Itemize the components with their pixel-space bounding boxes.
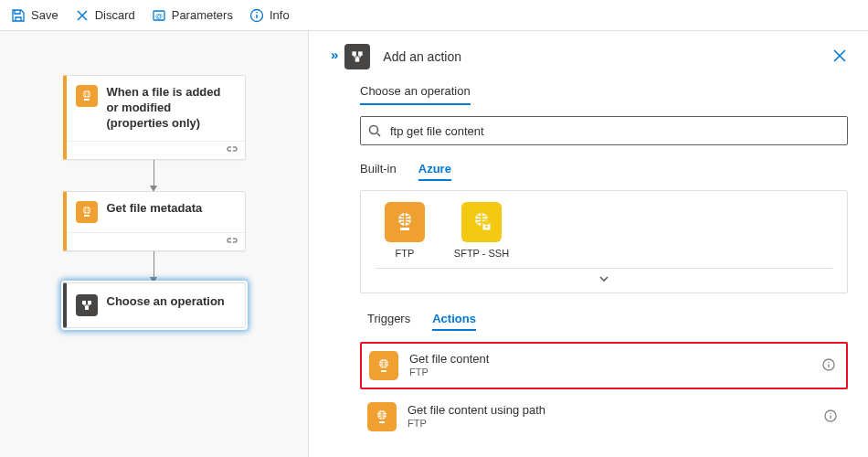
- svg-rect-10: [88, 301, 91, 304]
- toolbar: Save Discard @ Parameters Info: [0, 0, 868, 31]
- svg-point-26: [828, 361, 829, 362]
- action-get-file-content-path[interactable]: Get file content using path FTP: [360, 395, 848, 439]
- info-button[interactable]: Info: [249, 8, 290, 23]
- action-get-file-content[interactable]: Get file content FTP: [360, 342, 848, 389]
- operation-panel: » Add an action Choose an operation Buil…: [309, 31, 868, 457]
- section-label: Choose an operation: [360, 80, 471, 105]
- panel-title: Add an action: [383, 49, 819, 64]
- svg-point-21: [485, 226, 488, 228]
- tab-actions[interactable]: Actions: [432, 308, 476, 331]
- info-icon: [822, 358, 835, 371]
- close-icon: [831, 48, 848, 64]
- operation-type-tabs: Triggers Actions: [367, 308, 848, 331]
- operation-icon: [344, 44, 370, 69]
- svg-rect-14: [355, 58, 360, 62]
- action-subtitle: FTP: [409, 367, 811, 379]
- parameters-button[interactable]: @ Parameters: [152, 8, 233, 23]
- action-results: Get file content FTP Get file content us…: [360, 342, 848, 439]
- connector-arrow: [153, 251, 154, 282]
- info-icon: [824, 409, 837, 422]
- svg-rect-17: [400, 228, 409, 230]
- connector-arrow: [153, 160, 154, 191]
- workflow-canvas[interactable]: When a file is added or modified (proper…: [0, 31, 309, 457]
- ftp-icon: [385, 202, 425, 242]
- discard-button[interactable]: Discard: [75, 8, 135, 23]
- action-subtitle: FTP: [408, 418, 813, 430]
- info-label: Info: [270, 8, 290, 22]
- ftp-icon: [76, 201, 98, 223]
- ftp-icon: [367, 402, 397, 431]
- save-button[interactable]: Save: [11, 8, 58, 23]
- search-input[interactable]: [388, 123, 840, 139]
- svg-rect-9: [82, 301, 86, 304]
- connector-gallery: FTP SFTP - SSH: [360, 190, 848, 293]
- connector-ftp[interactable]: FTP: [376, 202, 434, 259]
- action-title: Get file metadata: [107, 201, 203, 217]
- tab-builtin[interactable]: Built-in: [360, 158, 397, 181]
- discard-icon: [75, 8, 90, 23]
- tab-triggers[interactable]: Triggers: [367, 308, 410, 331]
- ftp-icon: [369, 351, 398, 380]
- action-info-button[interactable]: [822, 358, 835, 374]
- parameters-icon: @: [152, 8, 166, 23]
- card-link-indicator: [67, 232, 245, 250]
- action-title: Get file content using path: [408, 403, 813, 418]
- connector-label: SFTP - SSH: [454, 248, 509, 259]
- svg-text:@: @: [155, 12, 163, 20]
- connector-sftp-ssh[interactable]: SFTP - SSH: [452, 202, 511, 259]
- search-icon: [368, 124, 381, 137]
- action-card-metadata[interactable]: Get file metadata: [63, 191, 246, 251]
- svg-rect-6: [84, 99, 90, 101]
- card-link-indicator: [67, 141, 245, 159]
- svg-rect-8: [84, 215, 90, 217]
- save-icon: [11, 8, 26, 23]
- parameters-label: Parameters: [172, 8, 233, 22]
- sftp-ssh-icon: [461, 202, 502, 242]
- svg-rect-11: [85, 306, 89, 310]
- placeholder-title: Choose an operation: [107, 294, 225, 310]
- svg-point-4: [256, 12, 258, 14]
- svg-rect-13: [358, 51, 363, 56]
- search-input-wrapper[interactable]: [360, 116, 848, 145]
- svg-point-15: [370, 126, 378, 134]
- close-panel-button[interactable]: [831, 48, 848, 67]
- trigger-title: When a file is added or modified (proper…: [107, 85, 234, 132]
- choose-operation-card[interactable]: Choose an operation: [63, 282, 246, 328]
- save-label: Save: [31, 8, 58, 22]
- action-info-button[interactable]: [824, 409, 837, 425]
- info-icon: [249, 8, 264, 23]
- svg-rect-12: [353, 51, 357, 56]
- collapse-panel-button[interactable]: »: [331, 47, 335, 62]
- tab-azure[interactable]: Azure: [418, 158, 451, 181]
- svg-rect-28: [379, 421, 385, 423]
- chevron-down-icon: [598, 272, 610, 285]
- svg-point-31: [830, 412, 831, 413]
- trigger-card[interactable]: When a file is added or modified (proper…: [63, 75, 246, 160]
- connector-label: FTP: [396, 248, 415, 259]
- svg-rect-23: [381, 370, 386, 372]
- connector-category-tabs: Built-in Azure: [360, 158, 848, 181]
- discard-label: Discard: [95, 8, 135, 22]
- ftp-icon: [76, 85, 98, 107]
- expand-connectors-button[interactable]: [376, 268, 832, 285]
- action-title: Get file content: [409, 352, 811, 367]
- operation-icon: [76, 294, 98, 316]
